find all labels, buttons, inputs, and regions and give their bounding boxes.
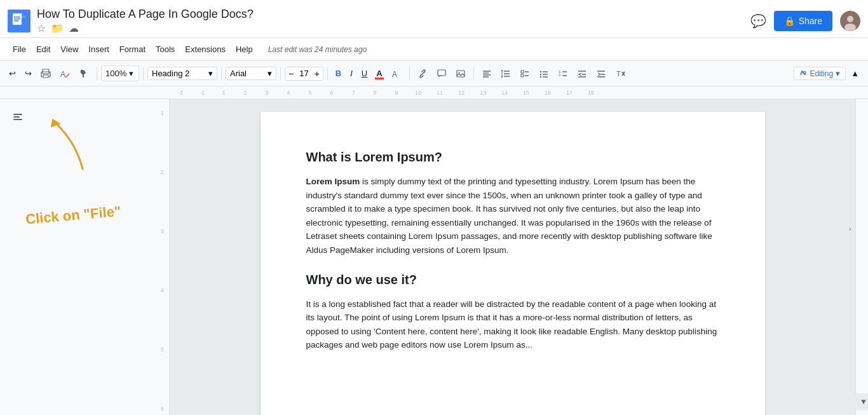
menu-file[interactable]: File — [8, 42, 31, 57]
ruler-mark: 1 — [213, 90, 234, 96]
editing-mode-button[interactable]: Editing ▾ — [794, 67, 846, 80]
text-color-underline — [375, 78, 384, 79]
collapse-toolbar-button[interactable]: ▲ — [847, 66, 863, 81]
menu-tools[interactable]: Tools — [151, 42, 180, 57]
svg-marker-52 — [48, 116, 61, 127]
folder-icon[interactable]: 📁 — [51, 22, 64, 34]
paint-format-button[interactable] — [75, 66, 93, 81]
editing-chevron: ▾ — [836, 69, 840, 78]
ruler-mark: 10 — [407, 90, 429, 96]
top-right-actions: 💬 🔒 Share — [750, 11, 860, 31]
bold-button[interactable]: B — [332, 66, 345, 81]
ruler-mark: 14 — [494, 90, 515, 96]
toolbar-divider-7 — [473, 67, 474, 80]
ruler-mark: 16 — [537, 90, 559, 96]
annotation-text: Click on "File" — [25, 203, 121, 228]
menu-help[interactable]: Help — [231, 42, 258, 57]
cloud-icon[interactable]: ☁ — [69, 22, 79, 34]
svg-line-12 — [65, 74, 69, 78]
style-selector[interactable]: Heading 2 ▾ — [147, 67, 217, 80]
comments-icon[interactable]: 💬 — [750, 13, 766, 29]
insert-link-button[interactable] — [414, 66, 431, 81]
ruler-mark: 15 — [515, 90, 537, 96]
checklist-button[interactable] — [516, 66, 534, 81]
ruler: -2 -1 1 2 3 4 5 6 7 8 9 10 11 12 13 14 1… — [0, 86, 868, 99]
svg-point-48 — [803, 71, 806, 74]
font-size-decrease-button[interactable]: − — [285, 67, 297, 80]
redo-button[interactable]: ↪ — [21, 66, 36, 81]
star-icon[interactable]: ☆ — [37, 22, 46, 34]
line-spacing-button[interactable] — [497, 66, 515, 81]
right-scrollbar: › ▼ — [855, 99, 868, 415]
title-bar: How To Duplicate A Page In Google Docs? … — [0, 0, 868, 38]
ruler-mark: 9 — [386, 90, 407, 96]
align-button[interactable] — [478, 66, 496, 81]
doc-title[interactable]: How To Duplicate A Page In Google Docs? — [37, 8, 750, 21]
insert-image-button[interactable] — [452, 66, 470, 81]
document-body-2[interactable]: It is a long established fact that a rea… — [306, 297, 719, 352]
scroll-down-button[interactable]: ▼ — [855, 393, 868, 410]
toolbar-divider-1 — [97, 67, 97, 80]
spell-check-button[interactable]: A — [56, 66, 74, 81]
avatar[interactable] — [840, 11, 860, 31]
svg-rect-10 — [43, 75, 48, 78]
font-selector[interactable]: Arial ▾ — [226, 67, 276, 80]
font-size-value[interactable]: 17 — [297, 67, 311, 79]
italic-button[interactable]: I — [346, 66, 356, 81]
ruler-mark: 3 — [256, 90, 278, 96]
ruler-mark: 8 — [364, 90, 386, 96]
outline-toggle-button[interactable] — [8, 107, 28, 127]
ruler-mark: 13 — [472, 90, 494, 96]
menu-view[interactable]: View — [55, 42, 83, 57]
text-color-button[interactable]: A — [372, 66, 386, 81]
menu-bar: File Edit View Insert Format Tools Exten… — [0, 38, 868, 61]
toolbar-divider-6 — [409, 67, 410, 80]
svg-point-6 — [847, 16, 853, 22]
decrease-indent-button[interactable] — [573, 66, 591, 81]
bullet-list-button[interactable] — [535, 66, 553, 81]
menu-insert[interactable]: Insert — [83, 42, 114, 57]
svg-rect-25 — [521, 71, 524, 73]
document-heading-1[interactable]: What is Lorem Ipsum? — [306, 150, 719, 165]
share-button[interactable]: 🔒 Share — [774, 11, 832, 31]
annotation-overlay: Click on "File" — [25, 169, 121, 224]
document-body-1[interactable]: Lorem Ipsum is simply dummy text of the … — [306, 175, 719, 257]
title-meta: ☆ 📁 ☁ — [37, 22, 750, 34]
document-area[interactable]: What is Lorem Ipsum? Lorem Ipsum is simp… — [170, 99, 855, 415]
print-button[interactable] — [37, 66, 55, 81]
menu-extensions[interactable]: Extensions — [180, 42, 231, 57]
svg-point-31 — [539, 76, 541, 77]
ruler-mark: 6 — [321, 90, 342, 96]
collapse-button[interactable]: › — [845, 214, 855, 244]
undo-button[interactable]: ↩ — [5, 66, 20, 81]
font-chevron: ▾ — [268, 69, 272, 78]
highlight-button[interactable]: A — [388, 66, 405, 81]
doc-body1-text: is simply dummy text of the printing and… — [306, 177, 712, 255]
svg-line-14 — [421, 72, 424, 76]
svg-text:A: A — [392, 70, 397, 79]
svg-text:T: T — [616, 70, 621, 78]
toolbar-divider-2 — [143, 67, 144, 80]
document-heading-2[interactable]: Why do we use it? — [306, 273, 719, 287]
increase-indent-button[interactable] — [592, 66, 610, 81]
zoom-chevron: ▾ — [129, 69, 133, 78]
underline-button[interactable]: U — [358, 66, 371, 81]
document-page[interactable]: What is Lorem Ipsum? Lorem Ipsum is simp… — [261, 112, 765, 415]
ruler-mark: 4 — [278, 90, 299, 96]
ruler-mark: 18 — [580, 90, 602, 96]
annotation-arrow — [44, 112, 95, 175]
numbered-list-button[interactable]: 1.2. — [554, 66, 572, 81]
page-number-6: 6 — [161, 405, 164, 413]
menu-format[interactable]: Format — [114, 42, 151, 57]
svg-point-30 — [539, 73, 541, 74]
last-edit-status: Last edit was 24 minutes ago — [268, 45, 367, 54]
font-value: Arial — [230, 69, 247, 78]
zoom-value: 100% — [105, 69, 126, 78]
zoom-selector[interactable]: 100% ▾ — [101, 65, 139, 81]
clear-formatting-button[interactable]: T — [611, 66, 629, 81]
svg-rect-15 — [438, 70, 445, 76]
insert-comment-button[interactable] — [433, 66, 451, 81]
font-size-increase-button[interactable]: + — [311, 67, 323, 80]
ruler-mark: 7 — [342, 90, 364, 96]
menu-edit[interactable]: Edit — [31, 42, 55, 57]
